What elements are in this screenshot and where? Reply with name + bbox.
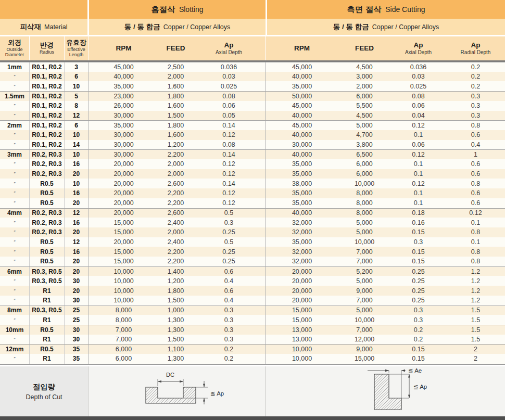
cell-side-rpm: 50,000	[266, 91, 338, 101]
cell-side-ap-radial: 0.6	[446, 159, 505, 169]
cell-effective-length: 30	[65, 335, 88, 345]
slotting-workpiece: 동 / 동 합금 Copper / Copper Alloys	[89, 19, 266, 35]
cell-slot-rpm: 20,000	[89, 188, 159, 198]
cell-outside-diameter: ″	[0, 218, 29, 227]
cell-slot-feed: 2,000	[159, 227, 193, 237]
cell-side-rpm: 35,000	[266, 169, 338, 179]
depth-label-en: Depth of Cut	[26, 393, 62, 401]
cell-slot-ap: 0.25	[193, 247, 265, 257]
cell-side-feed: 5,500	[338, 101, 390, 111]
cell-outside-diameter: 3mm	[0, 149, 29, 159]
cell-slot-rpm: 30,000	[89, 130, 159, 140]
cell-slot-feed: 1,800	[159, 91, 193, 101]
cell-side-rpm: 45,000	[266, 120, 338, 130]
radius-header-en: Radius	[40, 50, 54, 55]
depth-of-cut-label: 절입량 Depth of Cut	[0, 366, 88, 416]
cell-radius: R1	[30, 296, 64, 306]
od-header-ko: 외경	[8, 39, 21, 46]
cell-slot-ap: 0.6	[193, 286, 265, 296]
table-row: ″ R1 35 6,000 1,300 0.2 10,000 15,000 0.…	[0, 354, 505, 364]
cell-slot-rpm: 10,000	[89, 296, 159, 306]
dc-dimension-label: DC	[166, 372, 174, 378]
cell-side-rpm: 13,000	[266, 325, 338, 335]
table-row: ″ R0.2, R0.3 20 20,000 2,000 0.12 35,000…	[0, 169, 505, 179]
cell-side-rpm: 40,000	[266, 111, 338, 121]
cell-side-ap-radial: 1.2	[446, 286, 505, 296]
cell-slot-rpm: 26,000	[89, 101, 159, 111]
cell-side-ap-axial: 0.16	[390, 218, 446, 227]
cell-side-feed: 10,000	[338, 315, 390, 325]
cell-side-ap-radial: 0.3	[446, 101, 505, 111]
cell-side-ap-radial: 0.8	[446, 227, 505, 237]
cell-slot-ap: 0.025	[193, 81, 265, 91]
cell-radius: R0.5	[30, 325, 64, 335]
cell-radius: R0.5	[30, 198, 64, 208]
od-header-en: Outside Diameter	[0, 47, 29, 58]
slotting-section-title: 홈절삭 Slotting	[89, 0, 266, 19]
cell-side-ap-radial: 2	[446, 354, 505, 364]
cell-slot-feed: 2,200	[159, 247, 193, 257]
cell-slot-feed: 1,000	[159, 306, 193, 315]
cell-side-feed: 15,000	[338, 354, 390, 364]
cell-side-ap-axial: 0.06	[390, 101, 446, 111]
cell-side-ap-axial: 0.3	[390, 306, 446, 315]
side-workpiece-ko: 동 / 동 합금	[333, 22, 369, 32]
cell-side-rpm: 10,000	[266, 354, 338, 364]
cell-effective-length: 14	[65, 140, 88, 150]
cell-side-ap-axial: 0.15	[390, 344, 446, 354]
cell-side-rpm: 35,000	[266, 188, 338, 198]
cell-effective-length: 10	[65, 179, 88, 188]
cell-radius: R0.5	[30, 257, 64, 266]
cell-side-ap-radial: 0.3	[446, 91, 505, 101]
cell-outside-diameter: 10mm	[0, 325, 29, 335]
slotting-workpiece-ko: 동 / 동 합금	[124, 22, 160, 32]
cell-side-ap-radial: 1.5	[446, 325, 505, 335]
cell-side-rpm: 35,000	[266, 237, 338, 247]
cell-slot-rpm: 20,000	[89, 208, 159, 218]
cell-side-ap-axial: 0.025	[390, 81, 446, 91]
cell-effective-length: 25	[65, 306, 88, 315]
slotting-title-en: Slotting	[179, 5, 204, 14]
table-row: ″ R0.2, R0.3 20 15,000 2,000 0.25 32,000…	[0, 227, 505, 237]
cell-side-ap-radial: 0.6	[446, 198, 505, 208]
cell-side-rpm: 32,000	[266, 257, 338, 266]
cell-radius: R0.5	[30, 237, 64, 247]
cell-slot-rpm: 6,000	[89, 354, 159, 364]
cell-side-ap-radial: 0.8	[446, 179, 505, 188]
cell-radius: R0.3, R0.5	[30, 266, 64, 276]
cell-slot-ap: 0.2	[193, 344, 265, 354]
cell-side-feed: 4,700	[338, 130, 390, 140]
cell-slot-feed: 1,500	[159, 296, 193, 306]
cell-outside-diameter: ″	[0, 276, 29, 286]
cell-side-ap-radial: 1.2	[446, 296, 505, 306]
cell-side-rpm: 35,000	[266, 81, 338, 91]
cell-side-rpm: 20,000	[266, 296, 338, 306]
cell-slot-rpm: 35,000	[89, 120, 159, 130]
table-row: ″ R0.1, R0.2 10 35,000 1,600 0.025 35,00…	[0, 81, 505, 91]
cell-outside-diameter: ″	[0, 159, 29, 169]
cell-slot-ap: 0.06	[193, 101, 265, 111]
table-row: 8mm R0.3, R0.5 25 8,000 1,000 0.3 15,000…	[0, 306, 505, 315]
cell-effective-length: 12	[65, 111, 88, 121]
col-header-slot-feed: FEED	[159, 36, 193, 60]
slotting-depth-diagram: DC ≦ Ap	[89, 366, 265, 416]
table-row: ″ R0.1, R0.2 8 26,000 1,600 0.06 45,000 …	[0, 101, 505, 111]
cell-side-ap-radial: 0.12	[446, 208, 505, 218]
cell-slot-ap: 0.4	[193, 276, 265, 286]
cell-side-ap-axial: 0.3	[390, 237, 446, 247]
cell-effective-length: 12	[65, 208, 88, 218]
cell-slot-rpm: 20,000	[89, 179, 159, 188]
cell-side-rpm: 30,000	[266, 140, 338, 150]
side-cutting-depth-diagram: ≦ Ae ≦ Ap	[266, 366, 505, 416]
cell-radius: R0.1, R0.2	[30, 120, 64, 130]
cell-effective-length: 25	[65, 315, 88, 325]
col-header-radius: 반경 Radius	[30, 36, 64, 60]
table-row: ″ R0.2, R0.3 16 20,000 2,000 0.12 35,000…	[0, 159, 505, 169]
cell-side-ap-radial: 0.2	[446, 62, 505, 72]
cell-side-ap-axial: 0.25	[390, 296, 446, 306]
cell-side-feed: 6,000	[338, 91, 390, 101]
cell-outside-diameter: ″	[0, 140, 29, 150]
cell-radius: R0.1, R0.2	[30, 91, 64, 101]
table-row: 12mm R0.5 35 6,000 1,100 0.2 10,000 9,00…	[0, 344, 505, 354]
cell-radius: R0.2, R0.3	[30, 227, 64, 237]
